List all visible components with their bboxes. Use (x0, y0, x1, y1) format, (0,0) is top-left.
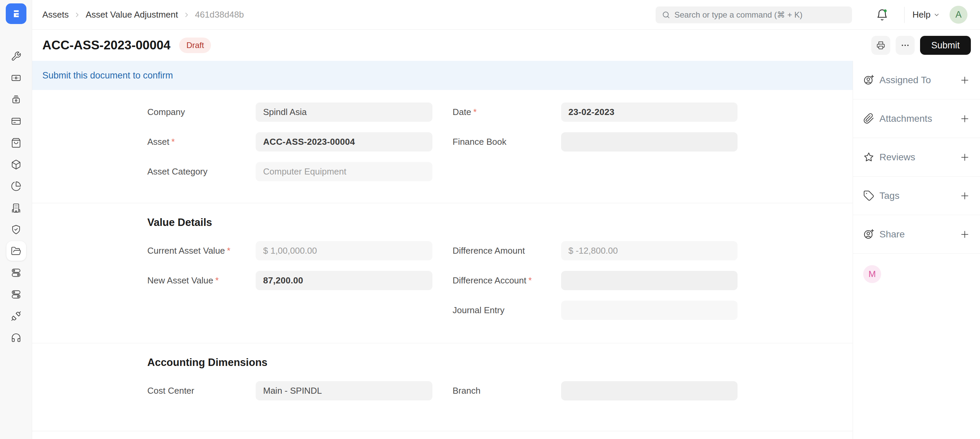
company-label: Company (147, 107, 256, 117)
date-field[interactable]: 23-02-2023 (561, 103, 738, 122)
section-details: Company Spindl Asia Date* 23-02-2023 Ass… (32, 90, 853, 203)
sidebar-item-tools[interactable] (6, 46, 26, 66)
add-review-button[interactable] (960, 152, 970, 162)
finance-book-field[interactable] (561, 132, 738, 152)
toggles-icon (11, 268, 21, 278)
tools-icon (11, 51, 21, 62)
share-user-plus-icon (863, 229, 874, 240)
form-row: Cost Center Main - SPINDL Branch (147, 381, 738, 401)
section-value-details: Value Details Current Asset Value* $ 1,0… (32, 203, 853, 343)
asset-field[interactable]: ACC-ASS-2023-00004 (256, 132, 433, 152)
breadcrumb: Assets Asset Value Adjustment 461d38d48b (32, 10, 244, 20)
document-side-panel: Assigned To Attachments Reviews Tags Sha… (853, 61, 980, 439)
branch-field[interactable] (561, 381, 738, 401)
sidebar-item-register[interactable] (6, 90, 26, 109)
paperclip-icon (863, 113, 874, 124)
star-icon (863, 152, 874, 163)
asset-category-label: Asset Category (147, 166, 256, 177)
menu-button[interactable] (896, 36, 915, 55)
sidebar-item-cash[interactable] (6, 68, 26, 87)
current-asset-value-label: Current Asset Value* (147, 246, 256, 256)
sidebar-item-selling[interactable] (6, 133, 26, 152)
sidebar-item-quality[interactable] (6, 220, 26, 239)
form-row: Journal Entry (147, 301, 738, 320)
sidebar-item-payments[interactable] (6, 111, 26, 131)
print-button[interactable] (871, 36, 890, 55)
package-icon (11, 159, 21, 170)
new-asset-value-field[interactable]: 87,200.00 (256, 271, 433, 290)
toggles-icon (11, 289, 21, 300)
page-header: ACC-ASS-2023-00004 Draft Submit (32, 30, 980, 61)
branch-label: Branch (453, 385, 561, 396)
erpnext-logo[interactable] (6, 3, 26, 24)
top-navbar: Assets Asset Value Adjustment 461d38d48b… (32, 0, 980, 30)
reviews-section: Reviews (853, 138, 980, 176)
user-avatar[interactable]: A (950, 6, 967, 24)
company-field[interactable]: Spindl Asia (256, 103, 433, 122)
chevron-right-icon (73, 11, 81, 19)
notifications-button[interactable] (876, 8, 889, 21)
sidebar-item-integrations[interactable] (6, 306, 26, 326)
submit-banner: Submit this document to confirm (32, 61, 853, 90)
erpnext-logo-icon (11, 8, 22, 20)
finance-book-label: Finance Book (453, 136, 561, 147)
plug-icon (11, 311, 21, 321)
header-actions: Submit (871, 36, 971, 55)
sidebar-item-assets-active[interactable] (6, 241, 26, 261)
headset-icon (11, 333, 21, 343)
plus-icon (960, 191, 970, 201)
shared-user-avatar[interactable]: M (863, 265, 881, 283)
value-details-heading: Value Details (147, 216, 738, 229)
sidebar-item-analytics[interactable] (6, 176, 26, 196)
breadcrumb-asset-value-adjustment[interactable]: Asset Value Adjustment (86, 10, 178, 20)
sidebar-item-support[interactable] (6, 328, 26, 347)
folder-open-icon (11, 246, 21, 256)
current-asset-value-field[interactable]: $ 1,00,000.00 (256, 241, 433, 260)
shared-user-initial: M (869, 269, 876, 279)
required-marker: * (528, 275, 531, 285)
status-badge: Draft (179, 38, 211, 53)
search-input[interactable] (675, 10, 846, 20)
difference-amount-label: Difference Amount (453, 246, 561, 256)
section-accounting-dimensions: Accounting Dimensions Cost Center Main -… (32, 343, 853, 431)
chevron-right-icon (183, 11, 190, 19)
attachments-section: Attachments (853, 100, 980, 138)
sidebar-item-stock[interactable] (6, 155, 26, 174)
plus-icon (960, 229, 970, 239)
user-plus-icon (863, 74, 874, 86)
submit-banner-message: Submit this document to confirm (42, 70, 173, 81)
cost-center-field[interactable]: Main - SPINDL (256, 381, 433, 401)
sidebar-item-company[interactable] (6, 198, 26, 217)
cash-icon (11, 73, 21, 83)
new-asset-value-label: New Asset Value* (147, 275, 256, 286)
chevron-down-icon (933, 11, 940, 18)
tag-icon (863, 190, 874, 201)
asset-category-field[interactable]: Computer Equipment (256, 162, 433, 181)
accounting-dimensions-heading: Accounting Dimensions (147, 356, 738, 369)
plus-icon (960, 152, 970, 162)
add-assignment-button[interactable] (960, 75, 970, 85)
difference-amount-field[interactable]: $ -12,800.00 (561, 241, 738, 260)
attachments-label: Attachments (880, 113, 932, 124)
submit-button[interactable]: Submit (920, 36, 971, 55)
difference-account-field[interactable] (561, 271, 738, 290)
form-row: Asset Category Computer Equipment (147, 162, 738, 181)
reviews-label: Reviews (880, 152, 915, 163)
help-menu[interactable]: Help (913, 10, 940, 20)
breadcrumb-assets[interactable]: Assets (42, 10, 69, 20)
add-tag-button[interactable] (960, 191, 970, 201)
sidebar-item-settings[interactable] (6, 263, 26, 282)
breadcrumb-current-doc: 461d38d48b (195, 10, 244, 20)
asset-label: Asset* (147, 136, 256, 147)
add-share-button[interactable] (960, 229, 970, 239)
tags-label: Tags (880, 190, 899, 201)
ellipsis-icon (900, 41, 910, 50)
journal-entry-field[interactable] (561, 301, 738, 320)
share-label: Share (880, 229, 905, 240)
share-section: Share (853, 215, 980, 254)
add-attachment-button[interactable] (960, 114, 970, 124)
page-title: ACC-ASS-2023-00004 (32, 38, 170, 52)
required-marker: * (227, 246, 230, 256)
global-search[interactable] (655, 6, 852, 23)
sidebar-item-preferences[interactable] (6, 284, 26, 304)
